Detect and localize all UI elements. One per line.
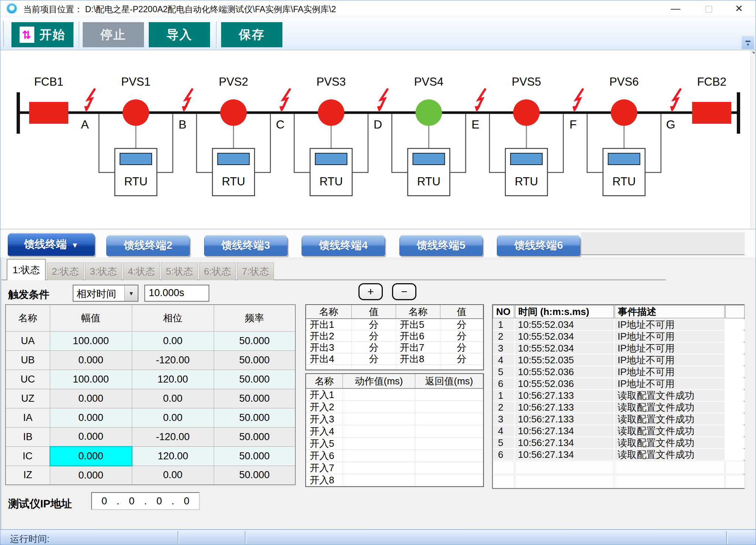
value-cell[interactable]: 50.000 (214, 331, 295, 350)
toolbar-overflow-button[interactable]: ▬ ▾ (742, 36, 754, 49)
table-header-row: 名称幅值相位频率 (6, 305, 295, 331)
decrement-button[interactable]: − (392, 283, 416, 300)
value-cell[interactable]: 0.000 (50, 389, 132, 408)
value-cell[interactable]: 0.00 (132, 331, 214, 350)
ip-octet-2[interactable]: 0 (129, 496, 134, 507)
value-cell[interactable]: -120.00 (132, 427, 214, 446)
event-no-cell: 5 (493, 366, 514, 377)
do-value-cell[interactable]: 分 (440, 353, 483, 365)
minimize-button[interactable]: — (669, 3, 682, 14)
value-cell[interactable]: 0.000 (50, 446, 132, 466)
tab-status-4[interactable]: 4:状态 (123, 263, 160, 280)
tester-ip-input[interactable]: 0.0.0.0 (91, 492, 200, 510)
tab-status-2[interactable]: 2:状态 (47, 263, 84, 280)
fault-bolt-arrow-icon (182, 106, 188, 112)
di-return-value-cell[interactable] (415, 389, 483, 401)
value-cell[interactable]: 50.000 (214, 466, 295, 485)
trigger-mode-select[interactable]: 相对时间 ▼ (73, 285, 138, 302)
close-button[interactable]: ✕ (733, 3, 745, 14)
di-return-value-cell[interactable] (415, 462, 483, 474)
maximize-button[interactable]: ▢ (702, 3, 715, 14)
rtu-label: RTU (612, 175, 636, 188)
tab-terminal-5[interactable]: 馈线终端5 (399, 235, 483, 256)
toolbar: ⇅开始停止导入保存 ▬ ▾ (0, 17, 756, 50)
toolbar-button-label: 开始 (39, 27, 65, 43)
value-cell[interactable]: 50.000 (214, 350, 295, 370)
digital-input-table: 名称动作值(ms)返回值(ms)开入1开入2开入3开入4开入5开入6开入7开入8 (305, 373, 484, 487)
di-action-value-cell[interactable] (343, 474, 415, 486)
value-cell[interactable]: 100.000 (50, 331, 132, 350)
do-value-cell[interactable]: 分 (352, 353, 396, 365)
ip-dot: . (172, 496, 175, 507)
event-empty-cell (615, 461, 725, 474)
value-cell[interactable]: 50.000 (214, 389, 295, 408)
tab-terminal-1[interactable]: 馈线终端▼ (8, 233, 95, 256)
do-value-cell[interactable]: 分 (440, 319, 483, 330)
tab-status-7[interactable]: 7:状态 (237, 263, 274, 280)
toolbar-button-1[interactable]: ⇅开始 (11, 22, 73, 47)
diagram-scrollbar[interactable]: ◥ (750, 50, 756, 229)
ip-octet-3[interactable]: 0 (157, 496, 162, 507)
tab-status-3[interactable]: 3:状态 (85, 263, 122, 280)
event-no-cell: 5 (493, 437, 514, 448)
value-cell[interactable]: 50.000 (214, 446, 295, 466)
channel-name-cell: IA (6, 408, 50, 427)
value-cell[interactable]: 100.000 (50, 370, 132, 389)
ip-octet-4[interactable]: 0 (184, 496, 189, 507)
tab-status-6[interactable]: 6:状态 (199, 263, 236, 280)
value-cell[interactable]: 0.000 (50, 350, 132, 370)
do-value-cell[interactable]: 分 (352, 330, 396, 342)
toolbar-grip[interactable] (2, 21, 4, 47)
value-cell[interactable]: 50.000 (214, 427, 295, 446)
value-cell[interactable]: 0.00 (132, 408, 214, 427)
column-header: 幅值 (50, 305, 132, 331)
di-action-value-cell[interactable] (343, 401, 415, 413)
increment-button[interactable]: + (358, 283, 383, 300)
toolbar-button-2[interactable]: 停止 (83, 22, 144, 47)
tab-terminal-3[interactable]: 馈线终端3 (204, 235, 288, 256)
do-value-cell[interactable]: 分 (440, 342, 483, 353)
tab-terminal-2[interactable]: 馈线终端2 (106, 235, 190, 256)
toolbar-button-3[interactable]: 导入 (149, 22, 210, 47)
value-cell[interactable]: 120.00 (132, 446, 214, 466)
do-value-cell[interactable]: 分 (352, 319, 396, 330)
toolbar-button-4[interactable]: 保存 (221, 22, 282, 47)
value-cell[interactable]: 50.000 (214, 408, 295, 427)
value-cell[interactable]: 50.000 (214, 370, 295, 389)
di-action-value-cell[interactable] (343, 389, 415, 401)
value-cell[interactable]: 120.00 (132, 370, 214, 389)
tab-terminal-4[interactable]: 馈线终端4 (302, 235, 385, 256)
value-cell[interactable]: 0.000 (50, 408, 132, 427)
fault-bolt-arrow-icon (84, 106, 90, 112)
di-return-value-cell[interactable] (415, 413, 483, 425)
di-action-value-cell[interactable] (343, 425, 415, 438)
do-value-cell[interactable]: 分 (440, 330, 483, 342)
value-cell[interactable]: 0.000 (50, 466, 132, 485)
di-action-value-cell[interactable] (343, 438, 415, 450)
di-return-value-cell[interactable] (415, 401, 483, 413)
di-return-value-cell[interactable] (415, 438, 483, 450)
trigger-time-input[interactable]: 10.000s (144, 285, 209, 302)
di-action-value-cell[interactable] (343, 450, 415, 462)
value-cell[interactable]: 0.00 (132, 466, 214, 485)
fault-point-label-D: D (374, 118, 382, 131)
di-return-value-cell[interactable] (415, 425, 483, 438)
switch-pvs5 (513, 99, 540, 126)
event-no-cell: 4 (493, 354, 514, 366)
tab-status-5[interactable]: 5:状态 (161, 263, 198, 280)
value-cell[interactable]: 0.00 (132, 389, 214, 408)
tab-terminal-6[interactable]: 馈线终端6 (497, 235, 580, 256)
combo-arrow-button[interactable]: ▼ (124, 285, 138, 301)
di-return-value-cell[interactable] (415, 450, 483, 462)
toolbar-separator (216, 21, 217, 48)
di-action-value-cell[interactable] (343, 413, 415, 425)
value-cell[interactable]: -120.00 (132, 350, 214, 370)
di-return-value-cell[interactable] (415, 474, 483, 486)
di-action-value-cell[interactable] (343, 462, 415, 474)
ip-octet-1[interactable]: 0 (102, 496, 107, 507)
content-panel: 1:状态2:状态3:状态4:状态5:状态6:状态7:状态 触发条件 相对时间 ▼… (0, 257, 756, 529)
value-cell[interactable]: 0.000 (50, 427, 132, 446)
do-value-cell[interactable]: 分 (352, 342, 396, 353)
tab-status-1[interactable]: 1:状态 (7, 259, 46, 280)
column-header: 名称 (306, 305, 352, 319)
